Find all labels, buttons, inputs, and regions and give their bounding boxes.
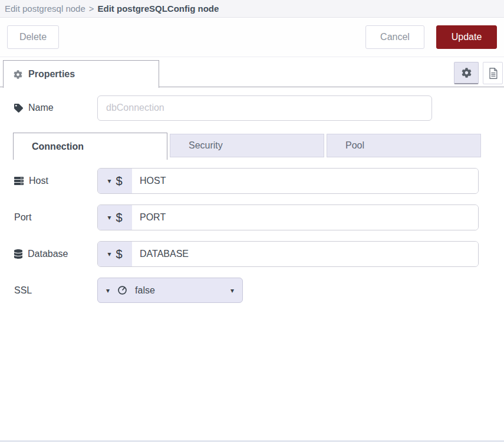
host-label-text: Host [29,176,48,186]
node-docs-button[interactable] [483,62,503,84]
breadcrumb-current: Edit postgreSQLConfig node [98,4,219,14]
env-var-type-symbol: $ [116,211,122,225]
tag-icon [14,104,23,113]
tab-pool[interactable]: Pool [327,134,481,157]
database-label-text: Database [28,249,68,259]
boolean-type-icon [117,285,127,295]
port-label: Port [14,212,97,223]
host-typed-input: ▾ $ [97,168,479,194]
port-label-text: Port [14,212,31,223]
dialog-toolbar: Delete Cancel Update [0,18,504,57]
server-icon [14,176,24,186]
delete-button[interactable]: Delete [7,25,59,49]
ssl-value: false [135,285,155,296]
document-icon [487,67,499,80]
node-settings-button[interactable] [454,62,479,84]
ssl-field-row: SSL ▾ false ▾ [14,278,490,303]
ssl-select[interactable]: ▾ false ▾ [97,278,243,303]
name-label-text: Name [28,103,54,113]
database-input[interactable] [132,242,478,266]
database-icon [14,249,22,259]
editor-tabstrip: Properties [0,57,504,87]
tab-connection[interactable]: Connection [13,133,167,160]
cancel-button[interactable]: Cancel [365,25,424,49]
ssl-label-text: SSL [14,285,32,296]
section-tabs: Connection Security Pool [13,133,490,160]
ssl-label: SSL [14,285,97,296]
gear-icon [14,70,22,79]
caret-down-icon: ▾ [107,177,111,184]
node-edit-form: Name Connection Security Pool Host ▾ $ P… [0,87,504,303]
host-input[interactable] [132,169,478,193]
caret-down-icon: ▾ [107,250,111,258]
caret-down-icon: ▾ [230,287,234,294]
name-label: Name [14,103,97,113]
database-label: Database [14,249,97,259]
properties-tab-label: Properties [28,69,75,80]
port-typed-input: ▾ $ [97,204,479,230]
host-type-select-button[interactable]: ▾ $ [98,169,132,193]
database-field-row: Database ▾ $ [14,241,490,267]
port-input[interactable] [132,205,478,230]
name-input[interactable] [97,95,432,121]
update-button[interactable]: Update [436,25,497,49]
breadcrumb-separator: > [89,4,94,14]
database-typed-input: ▾ $ [97,241,479,267]
host-label: Host [14,176,97,186]
tab-properties[interactable]: Properties [3,60,159,88]
name-field-row: Name [14,95,490,121]
port-type-select-button[interactable]: ▾ $ [98,205,132,230]
port-field-row: Port ▾ $ [14,204,490,230]
breadcrumb: Edit postgresql node > Edit postgreSQLCo… [0,0,504,18]
host-field-row: Host ▾ $ [14,168,490,194]
caret-down-icon: ▾ [106,287,110,294]
caret-down-icon: ▾ [107,214,111,221]
env-var-type-symbol: $ [116,248,122,261]
database-type-select-button[interactable]: ▾ $ [98,242,132,266]
breadcrumb-parent-link[interactable]: Edit postgresql node [5,4,85,14]
gear-icon [462,68,472,78]
env-var-type-symbol: $ [116,174,122,188]
tab-security[interactable]: Security [170,134,324,157]
